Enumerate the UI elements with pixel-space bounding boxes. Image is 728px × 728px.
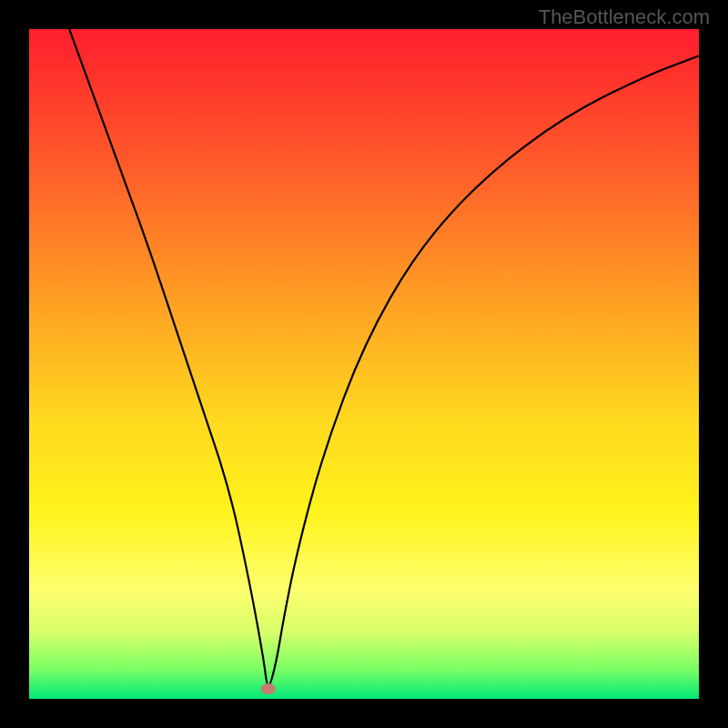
bottleneck-chart [29,29,699,699]
chart-frame [29,29,699,699]
watermark-text: TheBottleneck.com [539,5,710,29]
optimum-marker [261,683,276,694]
gradient-background [29,29,699,699]
